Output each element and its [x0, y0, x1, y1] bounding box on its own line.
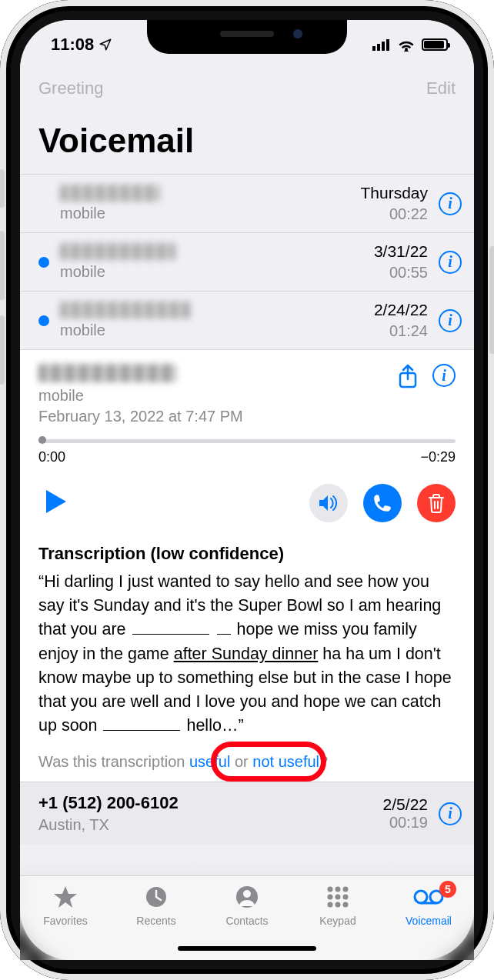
- not-useful-link[interactable]: not useful: [252, 753, 319, 770]
- caller-name: [60, 185, 160, 202]
- svg-point-17: [343, 902, 349, 908]
- transcription-feedback: Was this transcription useful or not use…: [38, 753, 456, 771]
- caller-name: [38, 364, 177, 382]
- caller-location: Austin, TX: [38, 816, 383, 834]
- row-date: Thursday: [360, 184, 428, 202]
- tab-contacts[interactable]: Contacts: [209, 884, 285, 927]
- play-button[interactable]: [45, 488, 68, 518]
- caller-label: mobile: [60, 263, 374, 281]
- wifi-icon: [397, 38, 416, 52]
- svg-point-16: [335, 902, 341, 908]
- svg-rect-0: [372, 46, 376, 51]
- useful-link[interactable]: useful: [189, 753, 230, 770]
- row-date: 3/31/22: [374, 242, 428, 261]
- voicemail-badge: 5: [439, 881, 456, 898]
- svg-point-9: [328, 887, 333, 892]
- voicemail-row[interactable]: +1 (512) 200-6102 Austin, TX 2/5/22 00:1…: [20, 782, 474, 845]
- row-date: 2/24/22: [374, 301, 428, 319]
- caller-label: mobile: [60, 322, 374, 339]
- voicemail-timestamp: February 13, 2022 at 7:47 PM: [38, 408, 397, 425]
- info-icon[interactable]: i: [439, 802, 462, 825]
- home-indicator[interactable]: [178, 946, 316, 951]
- unread-dot: [38, 198, 49, 209]
- row-duration: 00:55: [374, 264, 428, 282]
- time-remaining: −0:29: [420, 449, 456, 465]
- svg-point-12: [328, 895, 333, 900]
- voicemail-detail: mobile February 13, 2022 at 7:47 PM i 0:…: [20, 350, 474, 782]
- info-icon[interactable]: i: [432, 364, 456, 387]
- speaker-button[interactable]: [309, 484, 348, 522]
- time-elapsed: 0:00: [38, 449, 65, 465]
- svg-point-4: [405, 48, 408, 51]
- transcription-text: “Hi darling I just wanted to say hello a…: [38, 570, 456, 738]
- caller-number: +1 (512) 200-6102: [38, 793, 383, 813]
- cellular-icon: [372, 38, 391, 51]
- svg-rect-3: [386, 39, 389, 51]
- person-icon: [209, 884, 285, 910]
- svg-point-8: [243, 890, 251, 898]
- caller-label: mobile: [60, 205, 360, 222]
- battery-icon: [422, 38, 448, 51]
- row-date: 2/5/22: [383, 795, 428, 814]
- call-back-button[interactable]: [363, 484, 402, 522]
- svg-rect-2: [382, 42, 385, 51]
- info-icon[interactable]: i: [439, 309, 462, 332]
- status-time: 11:08: [51, 35, 94, 55]
- greeting-button[interactable]: Greeting: [38, 78, 103, 98]
- row-duration: 00:22: [360, 205, 428, 223]
- voicemail-row[interactable]: mobile 3/31/22 00:55 i: [20, 233, 474, 292]
- tab-voicemail[interactable]: Voicemail 5: [390, 884, 467, 927]
- tab-favorites[interactable]: Favorites: [27, 884, 104, 927]
- info-icon[interactable]: i: [439, 192, 462, 215]
- caller-label: mobile: [38, 387, 397, 405]
- tab-recents[interactable]: Recents: [118, 884, 195, 927]
- row-duration: 01:24: [374, 322, 428, 340]
- clock-icon: [118, 884, 195, 910]
- voicemail-row[interactable]: mobile 2/24/22 01:24 i: [20, 292, 474, 350]
- caller-name: [60, 302, 191, 318]
- page-title: Voicemail: [20, 98, 474, 174]
- keypad-icon: [299, 884, 376, 910]
- star-icon: [27, 884, 104, 910]
- row-duration: 00:19: [383, 814, 428, 832]
- unread-dot: [38, 257, 49, 268]
- svg-point-10: [335, 887, 341, 892]
- svg-point-14: [343, 895, 349, 900]
- tab-keypad[interactable]: Keypad: [299, 884, 376, 927]
- voicemail-row[interactable]: mobile Thursday 00:22 i: [20, 175, 474, 233]
- location-icon: [98, 38, 112, 52]
- svg-point-13: [335, 895, 341, 900]
- edit-button[interactable]: Edit: [426, 78, 456, 98]
- svg-point-15: [328, 902, 333, 908]
- svg-point-11: [343, 887, 349, 892]
- info-icon[interactable]: i: [439, 251, 462, 274]
- svg-point-18: [415, 891, 427, 903]
- share-icon[interactable]: [397, 364, 419, 393]
- svg-rect-1: [377, 44, 380, 51]
- delete-button[interactable]: [417, 484, 456, 522]
- unread-dot: [38, 315, 49, 326]
- transcription-heading: Transcription (low confidence): [38, 544, 456, 564]
- playback-scrubber[interactable]: 0:00 −0:29: [38, 439, 456, 465]
- caller-name: [60, 243, 175, 260]
